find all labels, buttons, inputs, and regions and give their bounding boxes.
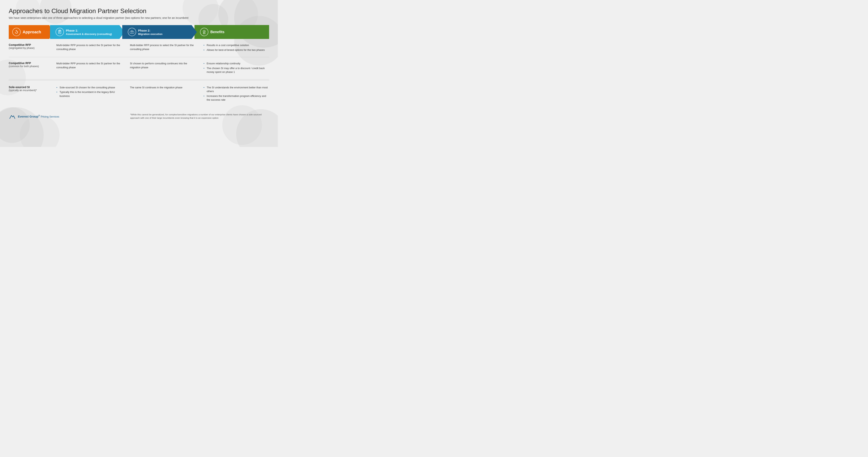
page-subtitle: We have seen enterprises take one of thr…	[9, 16, 269, 20]
header-phase2-col: Phase 2: Migration execution	[122, 25, 197, 39]
page-title: Approaches to Cloud Migration Partner Se…	[9, 7, 269, 15]
header-row: Approach Phase 1: Assessment & discov	[9, 25, 269, 39]
approach-icon	[12, 28, 21, 36]
phase2-icon	[128, 28, 136, 36]
row2-title: Competitive RFP	[9, 62, 49, 65]
footer: Everest Group® Pricing Services *While t…	[9, 111, 269, 120]
list-item: Increases the transformation program eff…	[204, 94, 269, 102]
row1-benefits-list: Results in a cost competitive solution A…	[204, 43, 269, 52]
table-row: Sole-sourced SI (typically an incumbent)…	[9, 81, 269, 107]
approach-cell-1: Competitive RFP (segregated by phase)	[9, 43, 52, 50]
phase2-cell-2: SI chosen to perform consulting continue…	[126, 62, 199, 69]
list-item: The SI understands the environment bette…	[204, 86, 269, 93]
logo-name: Everest Group	[18, 115, 38, 118]
phase1-cell-1: Multi-bidder RFP process to select the S…	[52, 43, 126, 51]
list-item: Allows for best-of-breed options for the…	[204, 48, 269, 52]
list-item: Ensure relationship continuity	[204, 62, 269, 65]
phase1-cell-2: Multi-bidder RFP process to select the S…	[52, 62, 126, 69]
phase1-icon	[56, 28, 64, 36]
logo-service: Pricing Services	[41, 115, 59, 118]
phase2-cell-1: Multi-bidder RFP process to select the S…	[126, 43, 199, 51]
header-approach-label: Approach	[23, 30, 41, 34]
row1-phase1-text: Multi-bidder RFP process to select the S…	[56, 43, 122, 51]
section-divider	[9, 80, 269, 81]
benefits-cell-1: Results in a cost competitive solution A…	[199, 43, 269, 53]
header-phase1-col: Phase 1: Assessment & discovery (consult…	[50, 25, 125, 39]
row3-phase2-text: The same SI continues in the migration p…	[130, 86, 196, 90]
header-benefits-col: Benefits	[194, 25, 269, 39]
logo-registered: ®	[38, 115, 40, 117]
phase1-sub: Assessment & discovery (consulting)	[66, 33, 112, 35]
svg-point-9	[203, 30, 206, 33]
phase1-text: Phase 1: Assessment & discovery (consult…	[66, 29, 112, 35]
benefits-cell-2: Ensure relationship continuity The chose…	[199, 62, 269, 75]
phase2-text: Phase 2: Migration execution	[138, 29, 162, 35]
benefits-icon	[200, 28, 208, 36]
logo-area: Everest Group® Pricing Services	[9, 113, 59, 120]
row2-phase2-text: SI chosen to perform consulting continue…	[130, 62, 196, 69]
header-approach-col: Approach	[9, 25, 52, 39]
list-item: Sole-sourced SI chosen for the consultin…	[56, 86, 122, 90]
approach-cell-3: Sole-sourced SI (typically an incumbent)…	[9, 86, 52, 92]
main-content: Approaches to Cloud Migration Partner Se…	[0, 0, 278, 126]
row3-phase1-list: Sole-sourced SI chosen for the consultin…	[56, 86, 122, 98]
phase2-title: Phase 2:	[138, 29, 162, 33]
list-item: The chosen SI may offer a to discount / …	[204, 66, 269, 74]
row2-benefits-list: Ensure relationship continuity The chose…	[204, 62, 269, 74]
table-section: Competitive RFP (segregated by phase) Mu…	[9, 39, 269, 107]
approach-cell-2: Competitive RFP (common for both phases)	[9, 62, 52, 68]
row3-benefits-list: The SI understands the environment bette…	[204, 86, 269, 102]
row2-phase1-text: Multi-bidder RFP process to select the S…	[56, 62, 122, 69]
circular-arrows-svg	[14, 30, 19, 34]
benefits-cell-3: The SI understands the environment bette…	[199, 86, 269, 103]
logo-text-area: Everest Group® Pricing Services	[18, 115, 59, 118]
footnote-text: *While this cannot be generalized, for c…	[130, 113, 269, 120]
phase2-sub: Migration execution	[138, 33, 162, 35]
phase1-cell-3: Sole-sourced SI chosen for the consultin…	[52, 86, 126, 99]
row1-subtitle: (segregated by phase)	[9, 47, 49, 50]
clipboard-svg	[58, 30, 62, 34]
row3-title: Sole-sourced SI	[9, 86, 49, 89]
table-row: Competitive RFP (common for both phases)…	[9, 57, 269, 80]
list-item: Results in a cost competitive solution	[204, 43, 269, 47]
cloud-migration-svg	[130, 30, 134, 34]
row3-subtitle: (typically an incumbent)*	[9, 89, 49, 92]
phase2-cell-3: The same SI continues in the migration p…	[126, 86, 199, 90]
row1-title: Competitive RFP	[9, 43, 49, 47]
benefits-label: Benefits	[210, 30, 224, 34]
row2-subtitle: (common for both phases)	[9, 65, 49, 68]
table-row: Competitive RFP (segregated by phase) Mu…	[9, 39, 269, 57]
list-item: Typically this is the incumbent in the l…	[56, 90, 122, 98]
everest-group-logo-icon	[9, 113, 16, 120]
award-svg	[202, 30, 206, 34]
row1-phase2-text: Multi-bidder RFP process to select the S…	[130, 43, 196, 51]
phase1-title: Phase 1:	[66, 29, 112, 33]
